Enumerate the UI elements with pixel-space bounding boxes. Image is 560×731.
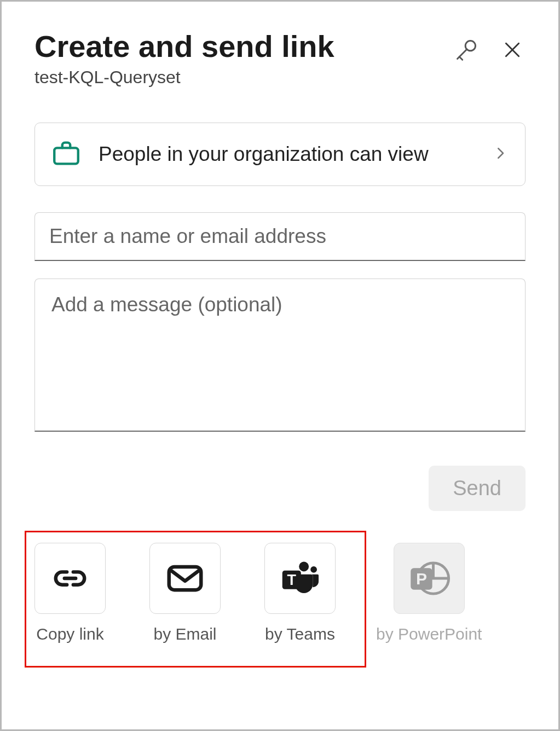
permission-text: People in your organization can view <box>99 141 476 168</box>
link-icon <box>51 559 89 597</box>
dialog-header: Create and send link test-KQL-Queryset <box>34 29 526 88</box>
chevron-right-icon <box>492 145 509 164</box>
dialog-subtitle: test-KQL-Queryset <box>34 67 452 88</box>
svg-point-6 <box>299 562 309 572</box>
powerpoint-option[interactable]: P by PowerPoint <box>376 543 482 643</box>
header-icons <box>452 29 526 66</box>
svg-text:T: T <box>287 572 297 588</box>
email-label: by Email <box>153 625 216 643</box>
recipient-input[interactable] <box>34 212 526 261</box>
header-titles: Create and send link test-KQL-Queryset <box>34 29 452 88</box>
send-button[interactable]: Send <box>429 466 526 511</box>
teams-label: by Teams <box>265 625 335 643</box>
close-icon <box>501 39 523 61</box>
key-icon-button[interactable] <box>452 36 481 66</box>
copy-link-option[interactable]: Copy link <box>34 543 106 643</box>
mail-icon <box>164 557 206 600</box>
svg-text:P: P <box>416 570 427 588</box>
powerpoint-icon: P <box>405 554 454 603</box>
dialog-title: Create and send link <box>34 29 452 64</box>
send-row: Send <box>34 466 526 511</box>
teams-icon: T <box>276 555 324 602</box>
svg-point-7 <box>310 566 317 573</box>
share-options-row: Copy link by Email T <box>34 534 526 649</box>
powerpoint-icon-box: P <box>394 543 465 614</box>
teams-icon-box: T <box>264 543 336 614</box>
powerpoint-label: by PowerPoint <box>376 625 482 643</box>
teams-option[interactable]: T by Teams <box>264 543 336 643</box>
close-button[interactable] <box>499 37 526 65</box>
svg-rect-3 <box>54 148 78 164</box>
permission-selector[interactable]: People in your organization can view <box>34 123 526 186</box>
key-icon <box>454 38 478 62</box>
copy-link-label: Copy link <box>36 625 103 643</box>
message-input[interactable] <box>34 279 526 432</box>
email-option[interactable]: by Email <box>149 543 221 643</box>
share-dialog: Create and send link test-KQL-Queryset <box>0 0 560 731</box>
copy-link-icon-box <box>34 543 106 614</box>
briefcase-icon <box>50 137 82 171</box>
email-icon-box <box>149 543 221 614</box>
svg-rect-5 <box>169 567 201 590</box>
